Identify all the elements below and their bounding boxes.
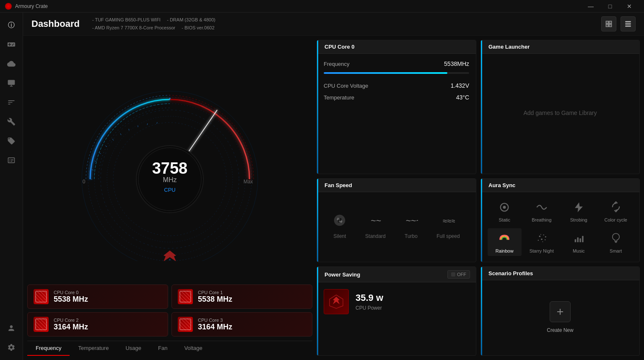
panel-accent-bar [317, 40, 318, 174]
tab-voltage[interactable]: Voltage [176, 341, 210, 356]
aura-sync-title: Aura Sync [488, 182, 515, 188]
tab-temperature[interactable]: Temperature [70, 341, 117, 356]
svg-text:3758: 3758 [152, 159, 188, 177]
create-new-label: Create New [547, 327, 573, 333]
cpu-core-1-card: CPU Core 1 5538 MHz [171, 284, 312, 309]
sidebar-bottom [3, 320, 20, 360]
specs-row1: - TUF GAMING B650-PLUS WIFI - DRAM (32GB… [92, 16, 216, 24]
sidebar: ⓘ [0, 13, 23, 360]
layout-btn-1[interactable] [601, 16, 616, 31]
toggle-track[interactable] [488, 262, 499, 262]
layout-btn-2[interactable] [621, 16, 636, 31]
scenario-profiles-header: Scenario Profiles [481, 267, 639, 280]
mid-panels-row: Fan Speed ~ Silent ~~ [317, 178, 640, 262]
minimize-button[interactable]: — [581, 0, 600, 13]
cpu-core-0-name: CPU Core 0 [54, 290, 88, 295]
power-watts-value: 35.9 w [356, 292, 383, 303]
aura-mode-breathing[interactable]: Breathing [525, 197, 559, 225]
game-library-empty-text: Add games to Game Library [523, 110, 597, 116]
cpu-core0-panel-body: Frequency 5538MHz CPU Core Voltage 1.432… [317, 54, 476, 112]
sidebar-item-tools[interactable] [3, 113, 20, 130]
cpu-core-2-freq: 3164 MHz [54, 323, 88, 331]
svg-text:CPU: CPU [164, 187, 175, 193]
cpu-core0-panel-title: CPU Core 0 [325, 44, 355, 50]
fan-option-turbo[interactable]: ~~~ Turbo [405, 214, 418, 239]
tab-frequency[interactable]: Frequency [27, 341, 70, 356]
cpu-core-1-freq: 5538 MHz [198, 295, 232, 304]
titlebar-left: Armoury Crate [5, 3, 48, 10]
svg-rect-54 [582, 236, 584, 242]
bot-panels-row: Power Saving OFF [317, 266, 640, 356]
aura-mode-starrynight[interactable]: Starry Night [525, 228, 559, 256]
power-toggle-dot [451, 272, 455, 277]
svg-text:~: ~ [338, 219, 341, 224]
fan-option-standard[interactable]: ~~ Standard [365, 214, 386, 239]
svg-point-45 [541, 239, 543, 240]
aura-mode-music[interactable]: Music [562, 228, 596, 256]
static-icon [497, 200, 512, 215]
close-button[interactable]: ✕ [620, 0, 639, 13]
cpu-cores-grid: CPU Core 0 5538 MHz CPU Core 1 5538 MHz [27, 284, 312, 337]
cpu-core-1-icon [178, 289, 193, 304]
sidebar-item-settings[interactable] [3, 339, 20, 356]
starrynight-icon [534, 231, 549, 246]
sidebar-item-gamepad[interactable] [3, 36, 20, 53]
temperature-label: Temperature [324, 94, 354, 101]
sidebar-item-device[interactable] [3, 75, 20, 91]
game-launcher-title: Game Launcher [488, 44, 530, 50]
game-launcher-body: Add games to Game Library [481, 54, 639, 172]
breathing-label: Breathing [532, 217, 551, 222]
breathing-icon [534, 200, 549, 215]
cpu-core-2-icon [34, 317, 49, 332]
svg-rect-51 [575, 239, 576, 242]
aura-toggle[interactable]: — [488, 260, 633, 262]
fan-speed-title: Fan Speed [325, 182, 352, 188]
power-info: 35.9 w CPU Power [356, 292, 383, 311]
svg-point-46 [538, 240, 538, 241]
cpu-core-1-name: CPU Core 1 [198, 290, 232, 295]
static-label: Static [499, 217, 510, 222]
power-saving-toggle[interactable]: OFF [447, 270, 470, 279]
svg-point-36 [169, 259, 171, 261]
header-right-buttons [601, 16, 636, 31]
sidebar-item-info[interactable]: ⓘ [3, 17, 20, 34]
power-watts-label: CPU Power [356, 305, 383, 311]
scenario-profiles-body: Create New [481, 280, 639, 354]
svg-line-17 [92, 170, 93, 170]
power-toggle-label: OFF [457, 272, 466, 277]
svg-point-50 [542, 241, 543, 242]
sidebar-item-tag[interactable] [3, 133, 20, 149]
cpu-core-2-name: CPU Core 2 [54, 318, 88, 323]
aura-mode-smart[interactable]: Smart [599, 228, 633, 256]
maximize-button[interactable]: □ [600, 0, 620, 13]
top-panels-row: CPU Core 0 Frequency 5538MHz CPU C [317, 40, 640, 174]
sidebar-item-display[interactable] [3, 152, 20, 169]
sidebar-item-cloud[interactable] [3, 55, 20, 72]
app-title: Armoury Crate [15, 3, 48, 9]
titlebar: Armoury Crate — □ ✕ [0, 0, 644, 13]
aura-mode-colorcycle[interactable]: Color cycle [599, 197, 633, 225]
aura-mode-strobing[interactable]: Strobing [562, 197, 596, 225]
cpu-core-3-name: CPU Core 3 [198, 318, 232, 323]
create-new-button[interactable] [550, 301, 571, 322]
voltage-label: CPU Core Voltage [324, 83, 368, 89]
aura-mode-rainbow[interactable]: Rainbow [488, 228, 522, 256]
tab-fan[interactable]: Fan [150, 341, 176, 356]
aura-mode-static[interactable]: Static [488, 197, 522, 225]
sidebar-item-controls[interactable] [3, 94, 20, 111]
fan-turbo-icon: ~~~ [405, 214, 418, 230]
cpu-core0-panel: CPU Core 0 Frequency 5538MHz CPU C [317, 40, 476, 174]
svg-text:MHz: MHz [163, 176, 177, 183]
fan-option-silent[interactable]: ~ Silent [333, 214, 346, 239]
app-logo-icon [5, 3, 12, 10]
svg-point-48 [540, 234, 541, 235]
cpu-gauge-svg: 3758 MHz CPU 0 Max [55, 60, 285, 261]
sidebar-item-profile[interactable] [3, 320, 20, 337]
fan-option-fullspeed[interactable]: ≈≈≈ Full speed [436, 214, 460, 239]
titlebar-controls: — □ ✕ [581, 0, 639, 13]
tab-usage[interactable]: Usage [117, 341, 150, 356]
temperature-value: 43°C [456, 94, 469, 101]
left-panel: 3758 MHz CPU 0 Max [27, 40, 312, 356]
cpu-core-0-icon [34, 289, 49, 304]
fan-turbo-label: Turbo [405, 233, 418, 239]
